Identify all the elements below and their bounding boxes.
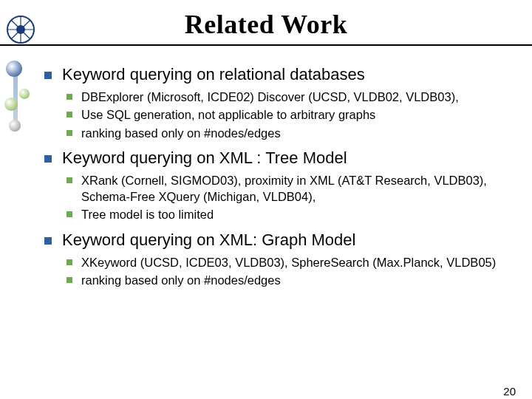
title-divider — [0, 44, 532, 46]
item-text: DBExplorer (Microsoft, ICDE02) Discover … — [81, 89, 502, 105]
bullet-icon — [66, 259, 72, 265]
list-item: XRank (Cornell, SIGMOD03), proximity in … — [66, 172, 502, 205]
svg-point-5 — [16, 25, 25, 34]
list-item: XKeyword (UCSD, ICDE03, VLDB03), SphereS… — [66, 254, 502, 270]
bullet-icon — [44, 155, 52, 163]
section-heading: Keyword querying on XML: Graph Model — [44, 231, 502, 250]
heading-text: Keyword querying on XML: Graph Model — [62, 231, 502, 250]
bullet-icon — [66, 130, 72, 136]
page-number: 20 — [503, 385, 516, 398]
bullet-icon — [66, 177, 72, 183]
section-heading: Keyword querying on relational databases — [44, 65, 502, 84]
institution-logo — [6, 15, 35, 44]
item-text: XKeyword (UCSD, ICDE03, VLDB03), SphereS… — [81, 254, 502, 270]
accent-bead-icon — [19, 89, 30, 99]
list-item: Tree model is too limited — [66, 206, 502, 222]
item-text: XRank (Cornell, SIGMOD03), proximity in … — [81, 172, 502, 205]
bullet-icon — [66, 112, 72, 117]
item-text: Tree model is too limited — [81, 206, 502, 222]
bullet-icon — [66, 277, 72, 283]
bullet-icon — [44, 237, 52, 245]
item-text: ranking based only on #nodes/edges — [81, 272, 502, 288]
accent-bead-icon — [6, 61, 22, 77]
bullet-icon — [66, 211, 72, 217]
list-item: DBExplorer (Microsoft, ICDE02) Discover … — [66, 89, 502, 105]
list-item: ranking based only on #nodes/edges — [66, 125, 502, 141]
list-item: ranking based only on #nodes/edges — [66, 272, 502, 288]
slide-title: Related Work — [0, 9, 532, 40]
slide: Related Work Keyword querying on relatio… — [0, 9, 532, 399]
list-item: Use SQL generation, not applicable to ar… — [66, 106, 502, 123]
accent-bead-icon — [9, 120, 21, 132]
bullet-icon — [66, 94, 72, 100]
slide-body: Keyword querying on relational databases… — [0, 52, 532, 288]
bullet-icon — [44, 72, 52, 79]
heading-text: Keyword querying on XML : Tree Model — [62, 149, 502, 168]
item-text: ranking based only on #nodes/edges — [81, 125, 502, 141]
item-text: Use SQL generation, not applicable to ar… — [81, 106, 502, 123]
heading-text: Keyword querying on relational databases — [62, 65, 502, 84]
section-heading: Keyword querying on XML : Tree Model — [44, 149, 502, 168]
accent-bead-icon — [4, 98, 18, 111]
